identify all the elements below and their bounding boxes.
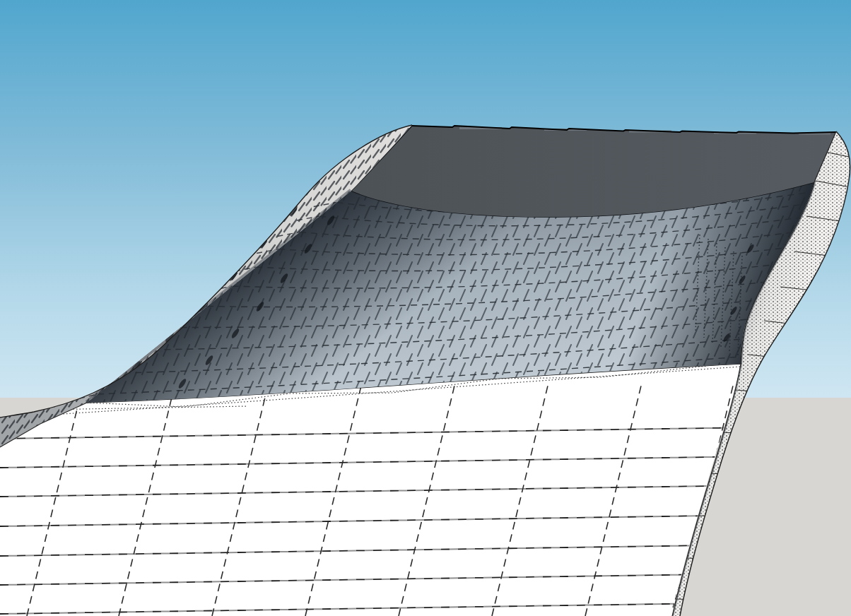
scene-render: [0, 0, 851, 616]
modeling-viewport-canvas[interactable]: [0, 0, 851, 616]
